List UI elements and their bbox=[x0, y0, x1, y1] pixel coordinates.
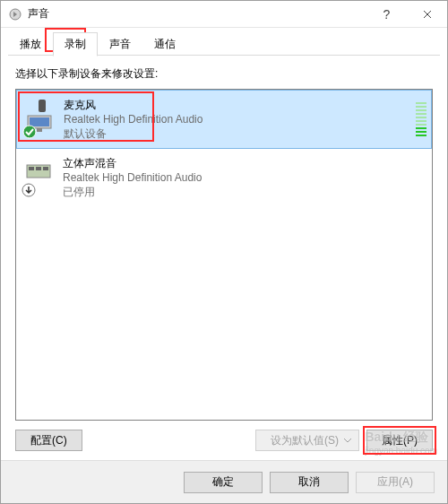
device-subtitle: Realtek High Definition Audio bbox=[64, 112, 202, 126]
sound-dialog: 声音 ? 播放 录制 声音 通信 选择以下录制设备来修改设置: bbox=[0, 0, 448, 504]
properties-button[interactable]: 属性(P) bbox=[366, 430, 433, 451]
level-meter bbox=[416, 97, 426, 136]
set-default-label: 设为默认值(S) bbox=[271, 433, 339, 448]
tab-content: 选择以下录制设备来修改设置: 麦克风 bbox=[1, 56, 447, 460]
tab-communications[interactable]: 通信 bbox=[142, 32, 187, 56]
titlebar: 声音 ? bbox=[1, 1, 447, 28]
svg-point-5 bbox=[23, 126, 36, 138]
cancel-button[interactable]: 取消 bbox=[270, 472, 349, 493]
tab-playback[interactable]: 播放 bbox=[8, 32, 53, 56]
device-status: 已停用 bbox=[63, 185, 202, 199]
device-item-microphone[interactable]: 麦克风 Realtek High Definition Audio 默认设备 bbox=[16, 90, 432, 149]
help-button[interactable]: ? bbox=[366, 1, 407, 27]
svg-rect-1 bbox=[39, 100, 46, 112]
apply-button[interactable]: 应用(A) bbox=[356, 472, 435, 493]
microphone-icon bbox=[24, 98, 56, 137]
svg-rect-7 bbox=[29, 167, 34, 170]
ok-button[interactable]: 确定 bbox=[184, 472, 263, 493]
device-status: 默认设备 bbox=[64, 126, 202, 141]
configure-button[interactable]: 配置(C) bbox=[15, 430, 82, 451]
svg-rect-8 bbox=[36, 167, 41, 170]
check-badge-icon bbox=[22, 125, 37, 139]
tab-strip: 播放 录制 声音 通信 bbox=[1, 28, 447, 56]
close-button[interactable] bbox=[407, 1, 447, 27]
window-title: 声音 bbox=[28, 6, 366, 22]
dialog-footer: 确定 取消 应用(A) bbox=[1, 460, 447, 503]
soundcard-icon bbox=[23, 156, 56, 196]
lower-button-row: 配置(C) 设为默认值(S) 属性(P) bbox=[15, 430, 433, 451]
device-subtitle: Realtek High Definition Audio bbox=[63, 170, 202, 185]
svg-rect-4 bbox=[37, 128, 42, 132]
tab-sounds[interactable]: 声音 bbox=[98, 32, 142, 56]
device-list[interactable]: 麦克风 Realtek High Definition Audio 默认设备 bbox=[15, 89, 433, 421]
down-badge-icon bbox=[22, 183, 36, 197]
set-default-button[interactable]: 设为默认值(S) bbox=[255, 430, 359, 451]
sound-icon bbox=[8, 7, 22, 22]
instruction-text: 选择以下录制设备来修改设置: bbox=[15, 66, 433, 82]
svg-rect-9 bbox=[43, 167, 48, 170]
device-item-stereo-mix[interactable]: 立体声混音 Realtek High Definition Audio 已停用 bbox=[16, 149, 432, 206]
device-name: 麦克风 bbox=[64, 98, 202, 112]
chevron-down-icon bbox=[344, 439, 351, 443]
device-name: 立体声混音 bbox=[63, 156, 202, 170]
tab-recording[interactable]: 录制 bbox=[53, 32, 98, 56]
